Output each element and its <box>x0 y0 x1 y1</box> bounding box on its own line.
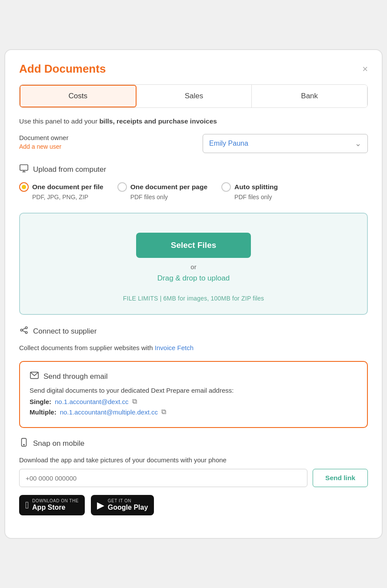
google-play-icon: ▶ <box>97 500 104 511</box>
svg-point-10 <box>23 444 24 445</box>
connect-icon <box>19 325 29 337</box>
radio-circle-one-per-file[interactable] <box>19 182 29 192</box>
drag-drop-text: Drag & drop to upload <box>157 274 230 283</box>
snap-heading-label: Snap on mobile <box>33 439 84 448</box>
tab-bank[interactable]: Bank <box>252 85 367 107</box>
radio-subtext-one-per-page: PDF files only <box>130 194 207 200</box>
owner-select-value: Emily Pauna <box>209 140 248 147</box>
single-email-row: Single: no.1.accountant@dext.cc ⧉ <box>30 398 357 405</box>
supplier-section: Connect to supplier Collect documents fr… <box>19 325 368 351</box>
radio-auto-splitting[interactable]: Auto splitting PDF files only <box>221 182 278 200</box>
single-label: Single: <box>30 398 51 405</box>
svg-rect-0 <box>20 165 28 170</box>
radio-circle-one-per-page[interactable] <box>117 182 127 192</box>
modal-title: Add Documents <box>19 62 106 76</box>
radio-label-one-per-file: One document per file <box>32 183 103 191</box>
add-documents-modal: Add Documents × Costs Sales Bank Use thi… <box>4 49 383 538</box>
snap-section: Snap on mobile Download the app and take… <box>19 438 368 515</box>
tab-bar: Costs Sales Bank <box>19 84 368 108</box>
radio-circle-auto-splitting[interactable] <box>221 182 231 192</box>
radio-label-one-per-page: One document per page <box>130 183 207 191</box>
description-prefix: Use this panel to add your <box>19 117 99 125</box>
google-play-sub: GET IT ON <box>108 498 148 503</box>
select-files-button[interactable]: Select Files <box>136 233 251 258</box>
phone-row: Send link <box>19 469 368 487</box>
snap-heading: Snap on mobile <box>19 438 368 449</box>
supplier-desc-prefix: Collect documents from supplier websites… <box>19 344 155 351</box>
copy-multiple-email-icon[interactable]: ⧉ <box>161 408 166 416</box>
email-description: Send digital documents to your dedicated… <box>30 387 357 394</box>
upload-heading-label: Upload from computer <box>33 165 106 174</box>
send-link-button[interactable]: Send link <box>313 469 368 487</box>
tab-sales[interactable]: Sales <box>137 85 252 107</box>
single-email-address: no.1.accountant@dext.cc <box>55 398 129 405</box>
panel-description: Use this panel to add your bills, receip… <box>19 117 368 125</box>
modal-header: Add Documents × <box>19 62 368 76</box>
multiple-email-address: no.1.accountant@multiple.dext.cc <box>60 408 158 416</box>
copy-single-email-icon[interactable]: ⧉ <box>132 398 137 405</box>
supplier-heading-label: Connect to supplier <box>33 327 97 336</box>
monitor-icon <box>19 164 29 175</box>
app-store-name: App Store <box>32 503 79 511</box>
tab-costs[interactable]: Costs <box>20 85 137 107</box>
app-store-sub: Download on the <box>32 498 79 503</box>
store-badges:  Download on the App Store ▶ GET IT ON … <box>19 495 368 515</box>
document-owner-row: Document owner Add a new user Emily Paun… <box>19 134 368 153</box>
email-heading: Send through email <box>30 371 357 382</box>
supplier-heading: Connect to supplier <box>19 325 368 337</box>
app-store-badge[interactable]:  Download on the App Store <box>19 495 85 515</box>
invoice-fetch-link[interactable]: Invoice Fetch <box>155 344 194 351</box>
radio-subtext-one-per-file: PDF, JPG, PNG, ZIP <box>32 194 103 200</box>
radio-one-per-file[interactable]: One document per file PDF, JPG, PNG, ZIP <box>19 182 103 200</box>
svg-point-3 <box>20 329 23 331</box>
phone-input[interactable] <box>19 469 307 487</box>
radio-subtext-auto-splitting: PDF files only <box>234 194 278 200</box>
owner-select[interactable]: Emily Pauna ⌄ <box>203 134 368 153</box>
file-limits-text: FILE LIMITS | 6MB for images, 100MB for … <box>123 295 264 302</box>
multiple-label: Multiple: <box>30 408 57 416</box>
upload-heading: Upload from computer <box>19 164 368 175</box>
app-store-text: Download on the App Store <box>32 498 79 511</box>
svg-line-6 <box>23 328 26 330</box>
svg-line-7 <box>23 331 26 332</box>
snap-description: Download the app and take pictures of yo… <box>19 456 368 464</box>
google-play-name: Google Play <box>108 503 148 511</box>
or-text: or <box>190 263 196 271</box>
upload-options: One document per file PDF, JPG, PNG, ZIP… <box>19 182 368 200</box>
radio-label-auto-splitting: Auto splitting <box>234 183 278 191</box>
owner-label: Document owner <box>19 134 68 141</box>
email-heading-label: Send through email <box>43 372 107 381</box>
radio-one-per-page[interactable]: One document per page PDF files only <box>117 182 207 200</box>
supplier-description: Collect documents from supplier websites… <box>19 344 368 351</box>
add-user-link[interactable]: Add a new user <box>19 143 68 150</box>
email-section: Send through email Send digital document… <box>19 361 368 428</box>
chevron-down-icon: ⌄ <box>355 139 361 148</box>
description-bold: bills, receipts and purchase invoices <box>99 117 217 125</box>
owner-label-group: Document owner Add a new user <box>19 134 68 150</box>
envelope-icon <box>30 371 39 382</box>
google-play-badge[interactable]: ▶ GET IT ON Google Play <box>91 495 154 515</box>
radio-dot-one-per-file <box>22 185 26 189</box>
apple-icon:  <box>25 500 29 511</box>
mobile-icon <box>19 438 29 449</box>
close-button[interactable]: × <box>362 64 368 74</box>
multiple-email-row: Multiple: no.1.accountant@multiple.dext.… <box>30 408 357 416</box>
drop-zone[interactable]: Select Files or Drag & drop to upload FI… <box>19 213 368 315</box>
google-play-text: GET IT ON Google Play <box>108 498 148 511</box>
